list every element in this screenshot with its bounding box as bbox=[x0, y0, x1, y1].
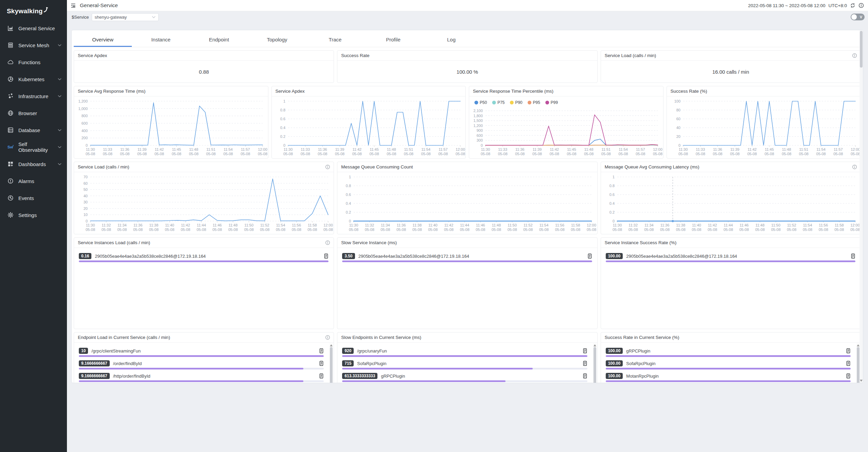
sidebar-item-browser[interactable]: Browser bbox=[0, 105, 67, 122]
list-item[interactable]: 613.3333333333 gRPCPlugin bbox=[342, 373, 587, 382]
inspect-icon[interactable] bbox=[587, 253, 592, 259]
sidebar-item-service-mesh[interactable]: Service Mesh bbox=[0, 37, 67, 54]
refresh-icon[interactable] bbox=[850, 3, 855, 8]
sidebar-item-label: Events bbox=[18, 195, 34, 201]
item-label: 2905b05eae4e4ae3a2a5b538ce8c2846@172.19.… bbox=[358, 254, 469, 259]
progress-fill bbox=[342, 260, 592, 262]
sidebar-item-kubernetes[interactable]: Kubernetes bbox=[0, 71, 67, 88]
list-item[interactable]: 100.00 MotanRpcPlugin bbox=[606, 373, 851, 382]
sidebar-item-functions[interactable]: Functions bbox=[0, 54, 67, 71]
tab-instance[interactable]: Instance bbox=[132, 32, 190, 47]
svg-text:0.6: 0.6 bbox=[609, 193, 614, 197]
value-badge: 920 bbox=[342, 348, 354, 354]
list-item[interactable]: 100.00 2905b05eae4e4ae3a2a5b538ce8c2846@… bbox=[606, 253, 855, 262]
svg-text:11:48: 11:48 bbox=[584, 147, 594, 151]
info-icon[interactable] bbox=[852, 164, 857, 169]
svg-text:0.2: 0.2 bbox=[346, 210, 351, 214]
collapse-sidebar-icon[interactable] bbox=[70, 3, 76, 8]
tab-endpoint[interactable]: Endpoint bbox=[190, 32, 248, 47]
info-icon[interactable] bbox=[325, 335, 330, 340]
list-item[interactable]: 3.50 2905b05eae4e4ae3a2a5b538ce8c2846@17… bbox=[342, 253, 592, 262]
panel-scrollbar[interactable] bbox=[860, 30, 863, 383]
sidebar-item-settings[interactable]: Settings bbox=[0, 206, 67, 223]
scrollbar-up-arrow[interactable] bbox=[857, 344, 860, 346]
list-item[interactable]: 100.00 SofaRpcPlugin bbox=[606, 360, 851, 369]
svg-text:11:42: 11:42 bbox=[550, 147, 559, 151]
tab-log[interactable]: Log bbox=[422, 32, 480, 47]
item-label: /order/findById bbox=[113, 361, 142, 366]
svg-text:05-08: 05-08 bbox=[276, 228, 285, 232]
tab-profile[interactable]: Profile bbox=[364, 32, 422, 47]
scrollbar-thumb[interactable] bbox=[330, 347, 333, 383]
value-badge: 100.00 bbox=[606, 348, 623, 354]
inspect-icon[interactable] bbox=[846, 348, 851, 354]
inspect-icon[interactable] bbox=[319, 373, 324, 379]
edit-mode-toggle[interactable]: V bbox=[851, 14, 865, 20]
scrollbar-down-arrow[interactable] bbox=[860, 380, 863, 382]
svg-text:11:42: 11:42 bbox=[352, 147, 361, 151]
toggle-knob bbox=[851, 14, 857, 20]
inspect-icon[interactable] bbox=[851, 253, 855, 259]
line-chart[interactable]: 03006009001,2001,5001,8002,10011:3005-08… bbox=[469, 96, 663, 158]
timezone[interactable]: UTC+8:0 bbox=[829, 3, 847, 8]
info-icon[interactable] bbox=[325, 240, 330, 245]
svg-text:05-08: 05-08 bbox=[283, 152, 293, 156]
sidebar-item-alarms[interactable]: Alarms bbox=[0, 173, 67, 189]
list-item[interactable]: 715 SofaRpcPlugin bbox=[342, 360, 587, 369]
svg-text:100: 100 bbox=[674, 99, 680, 103]
service-select[interactable]: shenyu-gateway bbox=[92, 13, 159, 21]
svg-text:11:34: 11:34 bbox=[118, 223, 127, 227]
list-item[interactable]: 0.16 2905b05eae4e4ae3a2a5b538ce8c2846@17… bbox=[79, 253, 329, 262]
info-icon[interactable] bbox=[325, 164, 330, 169]
line-chart[interactable]: 02004006008001,0001,20011:3005-0811:3305… bbox=[74, 96, 268, 158]
list-item[interactable]: 10 /grpc/clientStreamingFun bbox=[79, 347, 324, 357]
inspect-icon[interactable] bbox=[583, 348, 587, 354]
inspect-icon[interactable] bbox=[324, 253, 329, 259]
list-item[interactable]: 920 /grpc/unaryFun bbox=[342, 347, 587, 357]
scrollbar-thumb[interactable] bbox=[594, 347, 596, 383]
inspect-icon[interactable] bbox=[319, 361, 324, 366]
scrollbar-thumb[interactable] bbox=[857, 347, 860, 383]
list-item[interactable]: 9.1666666667 /order/findById bbox=[79, 360, 324, 369]
info-icon[interactable] bbox=[852, 53, 857, 58]
tab-topology[interactable]: Topology bbox=[248, 32, 306, 47]
line-chart[interactable]: 00.20.40.60.8111:3005-0811:3205-0811:340… bbox=[337, 172, 597, 234]
scrollbar-up-arrow[interactable] bbox=[594, 344, 596, 346]
tab-overview[interactable]: Overview bbox=[74, 32, 132, 47]
inspect-icon[interactable] bbox=[583, 373, 587, 379]
card-scrollbar[interactable] bbox=[330, 343, 333, 383]
inspect-icon[interactable] bbox=[846, 361, 851, 366]
tab-trace[interactable]: Trace bbox=[306, 32, 364, 47]
line-chart[interactable]: 01020304050607011:3005-0811:3205-0811:34… bbox=[74, 172, 334, 234]
list-item[interactable]: 9.1666666667 /http/order/findById bbox=[79, 373, 324, 382]
card-scrollbar[interactable] bbox=[593, 343, 597, 383]
inspect-icon[interactable] bbox=[846, 373, 851, 379]
line-chart[interactable]: 00.20.40.60.8111:3005-0811:3305-0811:360… bbox=[272, 96, 466, 158]
filter-bar: $Service shenyu-gateway V bbox=[67, 11, 868, 21]
line-chart[interactable]: 00.20.40.60.8111:3005-0811:3205-0811:340… bbox=[601, 172, 861, 234]
line-chart[interactable]: 02040608010011:3005-0811:3305-0811:3605-… bbox=[667, 96, 861, 158]
sidebar-item-database[interactable]: Database bbox=[0, 122, 67, 139]
inspect-icon[interactable] bbox=[319, 348, 324, 354]
sidebar-item-dashboards[interactable]: Dashboards bbox=[0, 156, 67, 173]
mesh-icon bbox=[7, 42, 14, 49]
info-icon[interactable] bbox=[858, 3, 864, 8]
svg-text:11:36: 11:36 bbox=[713, 147, 722, 151]
dashboard-panel: OverviewInstanceEndpointTopologyTracePro… bbox=[71, 30, 863, 383]
inspect-icon[interactable] bbox=[583, 361, 587, 366]
svg-text:11:34: 11:34 bbox=[381, 223, 390, 227]
svg-text:50: 50 bbox=[84, 187, 88, 192]
scrollbar-thumb[interactable] bbox=[860, 31, 863, 68]
list-item[interactable]: 100.00 gRPCPlugin bbox=[606, 347, 851, 357]
sidebar-item-general-service[interactable]: General Service bbox=[0, 20, 67, 37]
main-area: General-Service 2022-05-08 11:30 ~ 2022-… bbox=[67, 0, 868, 452]
svg-text:05-08: 05-08 bbox=[318, 152, 327, 156]
sidebar-item-infrastructure[interactable]: Infrastructure bbox=[0, 88, 67, 105]
time-range[interactable]: 2022-05-08 11:30 ~ 2022-05-08 12:00 bbox=[748, 3, 826, 8]
svg-text:11:48: 11:48 bbox=[782, 147, 791, 151]
scrollbar-up-arrow[interactable] bbox=[330, 344, 333, 346]
svg-text:05-08: 05-08 bbox=[803, 228, 812, 232]
progress-fill bbox=[606, 260, 855, 262]
sidebar-item-events[interactable]: Events bbox=[0, 189, 67, 206]
sidebar-item-self-observability[interactable]: SwSelf Observability bbox=[0, 139, 67, 156]
